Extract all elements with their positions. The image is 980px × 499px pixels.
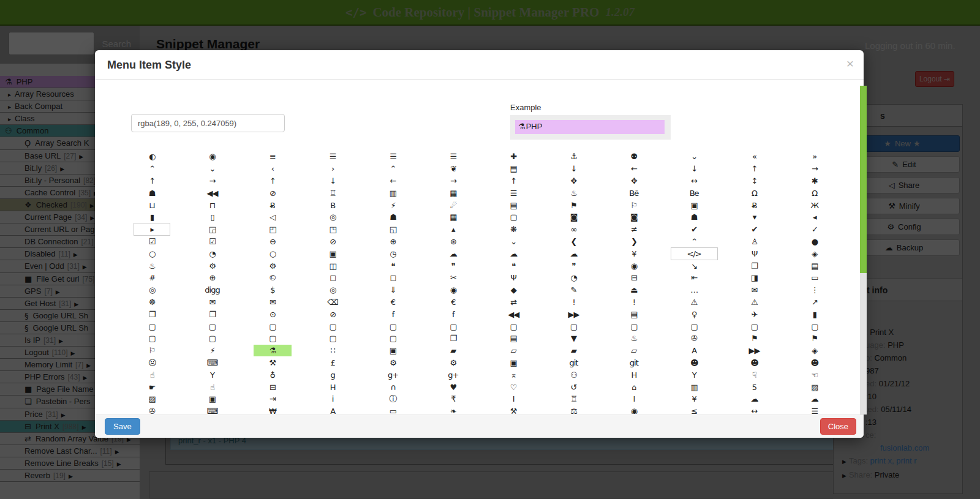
icon-cell[interactable]: ☗ — [363, 211, 423, 223]
icon-cell[interactable]: ☁ — [423, 247, 483, 260]
icon-cell[interactable]: ⇄ — [483, 296, 543, 309]
icon-cell[interactable]: ⚉ — [604, 151, 664, 163]
icon-cell[interactable]: ⚡ — [182, 345, 242, 357]
icon-cell[interactable]: ❝ — [483, 260, 543, 272]
icon-cell[interactable]: ⚑ — [724, 332, 784, 345]
icon-cell[interactable]: ⊕ — [363, 236, 423, 248]
icon-cell[interactable]: ↔ — [664, 175, 724, 187]
icon-cell[interactable]: ● — [785, 236, 845, 248]
icon-cell[interactable]: ▶▶ — [543, 308, 603, 320]
icon-cell[interactable]: ⌄ — [664, 151, 724, 163]
icon-cell[interactable]: ◉ — [604, 405, 664, 414]
icon-cell[interactable]: g+ — [423, 369, 483, 381]
icon-cell[interactable]: © — [243, 272, 303, 284]
icon-cell[interactable]: ✈ — [724, 308, 784, 320]
icon-cell[interactable]: g — [303, 369, 363, 381]
icon-cell[interactable]: ☻ — [785, 357, 845, 369]
icon-cell[interactable]: ₹ — [423, 393, 483, 405]
icon-cell[interactable]: ♁ — [243, 369, 303, 381]
icon-cell[interactable]: ⊖ — [243, 236, 303, 248]
icon-cell[interactable]: ≠ — [604, 223, 664, 236]
icon-cell[interactable]: ⌫ — [303, 296, 363, 309]
icon-cell[interactable]: ✎ — [543, 284, 603, 296]
icon-cell[interactable]: ⓘ — [363, 393, 423, 405]
icon-cell[interactable]: ▣ — [303, 247, 363, 260]
icon-cell[interactable]: ▢ — [604, 320, 664, 332]
icon-cell[interactable]: ❝ — [363, 260, 423, 272]
icon-cell[interactable]: ⚒ — [243, 357, 303, 369]
icon-cell[interactable]: # — [122, 272, 182, 284]
save-button[interactable]: Save — [105, 418, 140, 435]
icon-cell[interactable]: ⚑ — [785, 332, 845, 345]
icon-cell[interactable]: ⌅ — [483, 369, 543, 381]
icon-cell[interactable]: ☻ — [724, 357, 784, 369]
icon-cell[interactable]: ◙ — [543, 211, 603, 223]
icon-cell[interactable]: ⌃ — [664, 236, 724, 248]
icon-cell[interactable]: ¥ — [604, 247, 664, 260]
icon-cell[interactable]: ☟ — [724, 369, 784, 381]
icon-cell[interactable]: £ — [303, 357, 363, 369]
icon-cell[interactable]: ▢ — [303, 320, 363, 332]
icon-cell[interactable]: ¥ — [664, 393, 724, 405]
icon-cell[interactable]: ♡ — [483, 381, 543, 393]
icon-cell[interactable]: ◎ — [303, 211, 363, 223]
icon-cell[interactable]: ⌄ — [483, 236, 543, 248]
icon-cell[interactable]: ✱ — [785, 175, 845, 187]
icon-cell[interactable]: ⚙ — [363, 357, 423, 369]
icon-cell[interactable]: ▢ — [363, 320, 423, 332]
icon-cell[interactable]: ◆ — [483, 284, 543, 296]
icon-cell[interactable]: g+ — [363, 369, 423, 381]
icon-cell[interactable]: i — [303, 393, 363, 405]
icon-cell[interactable]: ⏏ — [604, 284, 664, 296]
icon-cell[interactable]: ♀ — [664, 308, 724, 320]
icon-cell[interactable]: Y — [182, 369, 242, 381]
icon-cell[interactable]: ⌃ — [122, 163, 182, 175]
icon-cell[interactable]: ◳ — [303, 223, 363, 236]
icon-cell[interactable]: ≤ — [664, 405, 724, 414]
icon-cell[interactable]: ⊟ — [243, 381, 303, 393]
icon-cell[interactable]: ⚖ — [543, 405, 603, 414]
icon-cell[interactable]: ▰ — [423, 345, 483, 357]
icon-cell[interactable]: ☝ — [122, 369, 182, 381]
icon-cell[interactable]: ✥ — [543, 175, 603, 187]
icon-cell[interactable]: ❦ — [423, 163, 483, 175]
icon-cell[interactable]: ☗ — [664, 211, 724, 223]
icon-cell[interactable]: ◎ — [122, 284, 182, 296]
icon-cell[interactable]: … — [664, 284, 724, 296]
icon-cell[interactable]: git — [604, 357, 664, 369]
icon-cell[interactable]: ✇ — [122, 405, 182, 414]
icon-cell[interactable]: ♙ — [724, 236, 784, 248]
icon-cell[interactable]: H — [604, 369, 664, 381]
icon-cell[interactable]: ❐ — [724, 260, 784, 272]
icon-cell[interactable]: ⊟ — [604, 272, 664, 284]
icon-cell[interactable]: ☁ — [785, 393, 845, 405]
icon-cell[interactable]: ▢ — [182, 332, 242, 345]
icon-cell[interactable]: ⚠ — [664, 296, 724, 309]
icon-cell[interactable]: ◉ — [604, 260, 664, 272]
icon-cell[interactable]: « — [724, 151, 784, 163]
icon-cell[interactable]: ▴ — [423, 223, 483, 236]
icon-cell[interactable]: I — [604, 393, 664, 405]
icon-cell[interactable]: › — [303, 163, 363, 175]
icon-cell[interactable]: ▥ — [664, 381, 724, 393]
icon-cell[interactable]: ♨ — [604, 332, 664, 345]
icon-cell[interactable]: ▢ — [423, 320, 483, 332]
icon-cell[interactable]: ⊕ — [182, 272, 242, 284]
icon-cell[interactable]: ▸ — [122, 223, 182, 236]
icon-cell[interactable]: ✉ — [724, 284, 784, 296]
icon-cell[interactable]: ▢ — [664, 320, 724, 332]
icon-cell[interactable]: ▰ — [543, 345, 603, 357]
icon-cell[interactable]: Bē — [604, 187, 664, 199]
icon-cell[interactable]: ⚙ — [182, 260, 242, 272]
icon-cell[interactable]: digg — [182, 284, 242, 296]
icon-cell[interactable]: 5 — [724, 381, 784, 393]
icon-cell[interactable]: ◈ — [785, 345, 845, 357]
icon-cell[interactable]: ▢ — [243, 332, 303, 345]
icon-cell[interactable]: ❯ — [604, 236, 664, 248]
icon-cell[interactable]: ✉ — [243, 296, 303, 309]
icon-cell[interactable]: Ω — [785, 187, 845, 199]
icon-cell[interactable]: ▣ — [664, 199, 724, 211]
icon-cell[interactable]: ❞ — [423, 260, 483, 272]
icon-cell[interactable]: git — [543, 357, 603, 369]
icon-cell[interactable]: ☁ — [483, 247, 543, 260]
